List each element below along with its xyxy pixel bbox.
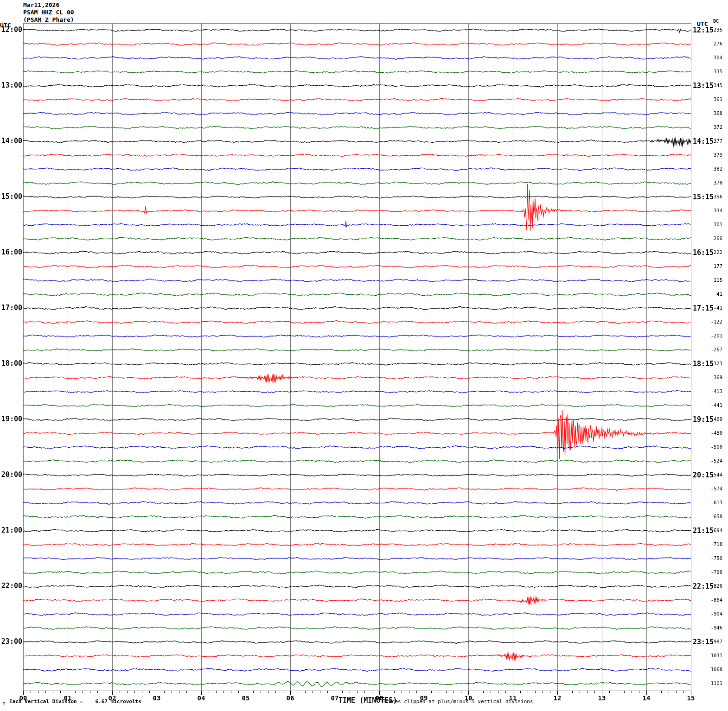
- x-tick-label: 06: [287, 694, 294, 702]
- dc-value: -750: [693, 555, 722, 561]
- dc-value: -1101: [693, 680, 722, 686]
- dc-value: -41: [693, 305, 722, 311]
- dc-value: 266: [693, 235, 722, 241]
- corner-glyph: M: [3, 702, 5, 706]
- helicorder-screen: Mar11,2026 PSAM HHZ CL 00 (PSAM Z Phare)…: [0, 0, 728, 711]
- x-tick-label: 14: [643, 694, 651, 702]
- dc-value: -369: [693, 375, 722, 380]
- left-time-label: 18:00: [0, 359, 22, 368]
- dc-value: -1031: [693, 653, 722, 658]
- dc-value: -987: [693, 639, 722, 644]
- left-time-label: 15:00: [0, 192, 22, 201]
- dc-value: -480: [693, 430, 722, 436]
- dc-value: 377: [693, 138, 722, 144]
- dc-value: -469: [693, 416, 722, 422]
- dc-value: 222: [693, 249, 722, 255]
- dc-value: -826: [693, 583, 722, 589]
- left-time-label: 23:00: [0, 637, 22, 646]
- left-time-label: 14:00: [0, 137, 22, 145]
- dc-value: -323: [693, 361, 722, 366]
- dc-value: 361: [693, 96, 722, 102]
- dc-value: 379: [693, 152, 722, 158]
- dc-value: -500: [693, 444, 722, 450]
- dc-value: -441: [693, 402, 722, 408]
- left-time-label: 12:00: [0, 25, 22, 34]
- dc-value: -904: [693, 611, 722, 616]
- dc-value: -796: [693, 569, 722, 575]
- dc-value: 370: [693, 180, 722, 185]
- dc-value: -413: [693, 388, 722, 394]
- dc-value: -864: [693, 597, 722, 603]
- dc-value: 345: [693, 83, 722, 88]
- left-time-label: 13:00: [0, 81, 22, 89]
- dc-value: 41: [693, 291, 722, 297]
- dc-value: 304: [693, 55, 722, 60]
- dc-value: -544: [693, 472, 722, 477]
- x-tick-label: 15: [687, 694, 695, 702]
- dc-value: -574: [693, 486, 722, 491]
- x-tick-label: 03: [153, 694, 161, 702]
- dc-value: -658: [693, 514, 722, 519]
- dc-value: 334: [693, 208, 722, 213]
- x-tick-label: 05: [242, 694, 250, 702]
- left-time-label: 17:00: [0, 304, 22, 312]
- dc-value: -613: [693, 500, 722, 505]
- dc-value: 115: [693, 277, 722, 283]
- left-time-label: 19:00: [0, 415, 22, 423]
- dc-value: -946: [693, 625, 722, 630]
- dc-value: 301: [693, 222, 722, 227]
- dc-value: -267: [693, 347, 722, 352]
- dc-value: 356: [693, 194, 722, 199]
- dc-value: -1068: [693, 667, 722, 672]
- dc-value: 335: [693, 69, 722, 74]
- vertical-scale-note: Each Vertical Division = 6.67 microvolts: [9, 698, 141, 705]
- dc-value: -122: [693, 319, 722, 324]
- x-tick-label: 12: [554, 694, 562, 702]
- left-time-label: 21:00: [0, 526, 22, 534]
- x-tick-label: 04: [198, 694, 205, 702]
- left-time-label: 22:00: [0, 582, 22, 590]
- dc-value: 177: [693, 263, 722, 269]
- helicorder-plot: [0, 0, 728, 711]
- dc-value: 235: [693, 27, 722, 32]
- dc-value: -524: [693, 458, 722, 463]
- x-tick-label: 07: [331, 694, 339, 702]
- dc-value: -694: [693, 527, 722, 533]
- dc-value: -201: [693, 333, 722, 338]
- x-tick-label: 13: [598, 694, 606, 702]
- dc-value: 276: [693, 41, 722, 46]
- dc-value: 372: [693, 124, 722, 130]
- dc-value: 368: [693, 110, 722, 116]
- clip-note: Traces clipped at plus/minus 5 vertical …: [383, 698, 533, 705]
- left-time-label: 20:00: [0, 470, 22, 479]
- dc-value: 382: [693, 166, 722, 171]
- left-time-label: 16:00: [0, 248, 22, 256]
- dc-value: -718: [693, 541, 722, 547]
